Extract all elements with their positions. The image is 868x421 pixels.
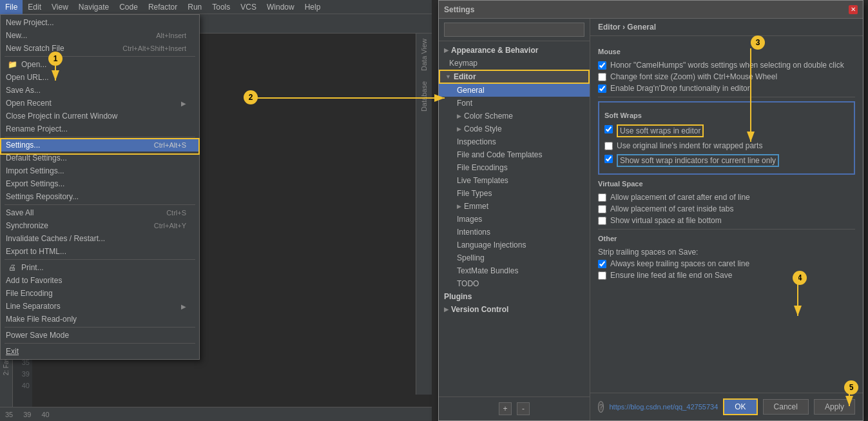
- ok-button[interactable]: OK: [723, 398, 757, 415]
- tree-emmet[interactable]: ▶ Emmet: [439, 200, 590, 213]
- menu-add-favorites[interactable]: Add to Favorites: [1, 274, 199, 287]
- badge-5: 5: [844, 380, 858, 395]
- menu-power-save[interactable]: Power Save Mode: [1, 329, 199, 342]
- menu-default-settings[interactable]: Default Settings...: [1, 152, 199, 164]
- menu-help[interactable]: Help: [300, 0, 326, 14]
- menu-save-all[interactable]: Save AllCtrl+S: [1, 206, 199, 219]
- menu-file[interactable]: File: [0, 0, 23, 14]
- badge-3: 3: [751, 35, 765, 50]
- status-bar: 35 39 40: [0, 407, 432, 421]
- settings-search-input[interactable]: [444, 23, 584, 37]
- menu-export-html[interactable]: Export to HTML...: [1, 245, 199, 258]
- menu-print[interactable]: 🖨Print...: [1, 261, 199, 274]
- menu-settings[interactable]: Settings...Ctrl+Alt+S: [1, 139, 199, 152]
- apply-button[interactable]: Apply: [814, 399, 855, 415]
- menu-invalidate-caches[interactable]: Invalidate Caches / Restart...: [1, 232, 199, 245]
- checkbox-caret-end: Allow placement of caret after end of li…: [598, 191, 855, 203]
- menu-exit[interactable]: Exit: [1, 345, 199, 358]
- menu-line-separators[interactable]: Line Separators▶: [1, 300, 199, 313]
- menu-code[interactable]: Code: [114, 0, 143, 14]
- help-button[interactable]: ?: [598, 401, 604, 413]
- settings-tree-panel: ▶ Appearance & Behavior Keymap ▼ Editor …: [439, 19, 590, 420]
- settings-expand-btn[interactable]: +: [499, 402, 512, 415]
- menu-new-scratch[interactable]: New Scratch FileCtrl+Alt+Shift+Insert: [1, 42, 199, 55]
- tree-file-encodings[interactable]: File Encodings: [439, 161, 590, 174]
- menu-navigate[interactable]: Navigate: [73, 0, 114, 14]
- menu-tools[interactable]: Tools: [207, 0, 235, 14]
- tree-color-scheme[interactable]: ▶ Color Scheme: [439, 110, 590, 122]
- tree-file-code-templates[interactable]: File and Code Templates: [439, 148, 590, 161]
- separator-2: [5, 137, 195, 137]
- checkbox-caret-tabs: Allow placement of caret inside tabs: [598, 203, 855, 215]
- menu-open-recent[interactable]: Open Recent▶: [1, 97, 199, 110]
- menu-open-url[interactable]: Open URL...: [1, 71, 199, 84]
- menu-synchronize[interactable]: SynchronizeCtrl+Alt+Y: [1, 219, 199, 232]
- line-num-40: 40: [22, 380, 30, 391]
- side-panel: Data View Database: [416, 34, 432, 395]
- menu-close-project[interactable]: Close Project in Current Window: [1, 110, 199, 122]
- other-section-label: Other: [598, 235, 855, 242]
- database-label[interactable]: Database: [419, 76, 429, 117]
- menu-refactor[interactable]: Refactor: [143, 0, 182, 14]
- tree-spelling[interactable]: Spelling: [439, 251, 590, 264]
- tree-language-injections[interactable]: Language Injections: [439, 239, 590, 251]
- camelhumps-checkbox[interactable]: [598, 61, 606, 70]
- separator-1: [5, 56, 195, 57]
- line-num-39: 39: [22, 368, 30, 380]
- dialog-close-button[interactable]: ✕: [849, 5, 858, 14]
- dialog-title: Settings: [444, 5, 474, 14]
- menu-new-project[interactable]: New Project...: [1, 16, 199, 29]
- original-indent-checkbox[interactable]: [604, 142, 613, 150]
- data-view-label[interactable]: Data View: [419, 34, 429, 76]
- checkbox-dragndrop: Enable Drag'n'Drop functionality in edit…: [598, 83, 855, 94]
- use-soft-wraps-checkbox[interactable]: [604, 125, 613, 133]
- tree-version-control[interactable]: ▶ Version Control: [439, 303, 590, 316]
- settings-collapse-btn[interactable]: -: [517, 402, 530, 415]
- menu-new[interactable]: New...Alt+Insert: [1, 29, 199, 42]
- separator-3: [5, 204, 195, 205]
- zoom-ctrl-checkbox[interactable]: [598, 73, 606, 81]
- arrow-vc-icon: ▶: [444, 306, 448, 313]
- menu-run[interactable]: Run: [182, 0, 207, 14]
- menu-vcs[interactable]: VCS: [235, 0, 262, 14]
- separator-4: [5, 259, 195, 260]
- tree-intentions[interactable]: Intentions: [439, 226, 590, 239]
- menu-rename-project[interactable]: Rename Project...: [1, 122, 199, 135]
- menu-edit[interactable]: Edit: [23, 0, 46, 14]
- show-indicators-checkbox[interactable]: [604, 155, 613, 163]
- caret-tabs-checkbox[interactable]: [598, 205, 606, 213]
- virtual-bottom-checkbox[interactable]: [598, 217, 606, 225]
- menu-window[interactable]: Window: [262, 0, 300, 14]
- tree-textmate[interactable]: TextMate Bundles: [439, 264, 590, 277]
- tree-images[interactable]: Images: [439, 213, 590, 226]
- tree-general[interactable]: General: [439, 84, 590, 97]
- menu-open[interactable]: 📁Open...: [1, 58, 199, 71]
- tree-code-style[interactable]: ▶ Code Style: [439, 122, 590, 135]
- dragndrop-checkbox[interactable]: [598, 84, 606, 93]
- line-feed-checkbox[interactable]: [598, 271, 606, 280]
- menu-make-readonly[interactable]: Make File Read-only: [1, 313, 199, 326]
- tree-file-types[interactable]: File Types: [439, 187, 590, 200]
- cancel-button[interactable]: Cancel: [763, 399, 809, 415]
- menu-save-as[interactable]: Save As...: [1, 84, 199, 97]
- menu-import-settings[interactable]: Import Settings...: [1, 164, 199, 177]
- soft-wraps-box: Soft Wraps Use soft wraps in editor Use …: [598, 101, 855, 175]
- tree-inspections[interactable]: Inspections: [439, 135, 590, 148]
- tree-editor[interactable]: ▼ Editor: [439, 70, 590, 84]
- tree-todo[interactable]: TODO: [439, 277, 590, 290]
- menu-settings-repo[interactable]: Settings Repository...: [1, 190, 199, 203]
- divider-1: [598, 97, 855, 97]
- tree-appearance[interactable]: ▶ Appearance & Behavior: [439, 44, 590, 57]
- caret-end-checkbox[interactable]: [598, 193, 606, 202]
- tree-live-templates[interactable]: Live Templates: [439, 174, 590, 187]
- menu-file-encoding[interactable]: File Encoding: [1, 287, 199, 300]
- menu-export-settings[interactable]: Export Settings...: [1, 177, 199, 190]
- keep-trailing-checkbox[interactable]: [598, 260, 606, 268]
- badge-1: 1: [48, 52, 63, 66]
- mouse-section-label: Mouse: [598, 48, 855, 55]
- tree-plugins[interactable]: Plugins: [439, 290, 590, 303]
- menu-view[interactable]: View: [46, 0, 73, 14]
- status-line: 35: [5, 411, 13, 418]
- tree-font[interactable]: Font: [439, 97, 590, 110]
- tree-keymap[interactable]: Keymap: [439, 57, 590, 70]
